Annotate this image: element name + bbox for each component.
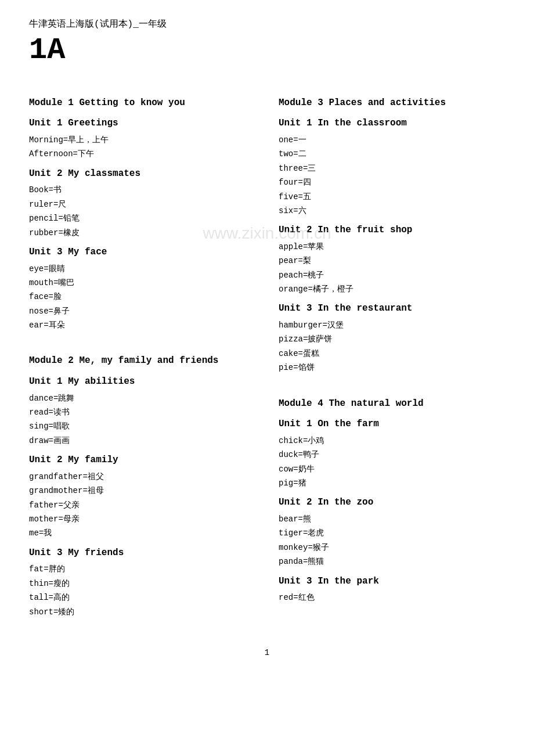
vocab-item: tiger=老虎: [279, 527, 505, 539]
vocab-item: chick=小鸡: [279, 434, 505, 447]
vocab-item: thin=瘦的: [29, 577, 255, 590]
unit-title: Unit 3 In the restaurant: [279, 301, 505, 316]
module-1: Module 3 Places and activitiesUnit 1 In …: [279, 96, 505, 385]
vocab-item: short=矮的: [29, 606, 255, 618]
unit-title: Unit 2 In the fruit shop: [279, 223, 505, 238]
vocab-item: panda=熊猫: [279, 555, 505, 568]
vocab-item: duck=鸭子: [279, 448, 505, 461]
vocab-item: orange=橘子，橙子: [279, 283, 505, 296]
vocab-item: mouth=嘴巴: [29, 276, 255, 289]
vocab-item: read=读书: [29, 406, 255, 419]
unit-title: Unit 3 My friends: [29, 546, 255, 561]
vocab-item: one=一: [279, 134, 505, 146]
vocab-item: ear=耳朵: [29, 319, 255, 332]
module-title: Module 4 The natural world: [279, 397, 505, 412]
vocab-item: eye=眼睛: [29, 262, 255, 275]
vocab-item: pencil=铅笔: [29, 212, 255, 225]
vocab-item: dance=跳舞: [29, 392, 255, 405]
vocab-item: face=脸: [29, 290, 255, 303]
vocab-item: fat=胖的: [29, 563, 255, 575]
module-title: Module 3 Places and activities: [279, 96, 505, 111]
unit-title: Unit 1 In the classroom: [279, 116, 505, 131]
vocab-item: pizza=披萨饼: [279, 333, 505, 345]
module-2: Module 2 Me, my family and friendsUnit 1…: [29, 354, 255, 628]
unit-title: Unit 2 My family: [29, 453, 255, 468]
unit-title: Unit 2 In the zoo: [279, 495, 505, 510]
unit-title: Unit 3 In the park: [279, 574, 505, 589]
unit-title: Unit 2 My classmates: [29, 167, 255, 182]
vocab-item: Morning=早上，上午: [29, 134, 255, 146]
page-number: 1: [29, 646, 505, 659]
vocab-item: monkey=猴子: [279, 541, 505, 554]
vocab-item: hamburger=汉堡: [279, 319, 505, 332]
unit-title: Unit 1 Greetings: [29, 116, 255, 131]
vocab-item: five=五: [279, 190, 505, 203]
vocab-item: three=三: [279, 162, 505, 175]
vocab-item: four=四: [279, 176, 505, 189]
vocab-item: mother=母亲: [29, 513, 255, 525]
vocab-item: peach=桃子: [279, 269, 505, 282]
vocab-item: cake=蛋糕: [279, 347, 505, 360]
vocab-item: apple=苹果: [279, 240, 505, 253]
module-1: Module 1 Getting to know youUnit 1 Greet…: [29, 96, 255, 343]
vocab-item: Afternoon=下午: [29, 147, 255, 160]
module-title: Module 1 Getting to know you: [29, 96, 255, 111]
vocab-item: father=父亲: [29, 499, 255, 512]
vocab-item: cow=奶牛: [279, 463, 505, 476]
vocab-item: pear=梨: [279, 254, 505, 267]
vocab-item: pie=馅饼: [279, 361, 505, 374]
vocab-item: six=六: [279, 204, 505, 217]
module-2: Module 4 The natural worldUnit 1 On the …: [279, 397, 505, 615]
vocab-item: ruler=尺: [29, 198, 255, 211]
vocab-item: sing=唱歌: [29, 420, 255, 433]
vocab-item: nose=鼻子: [29, 305, 255, 318]
vocab-item: tall=高的: [29, 591, 255, 604]
vocab-item: bear=熊: [279, 513, 505, 525]
vocab-item: Book=书: [29, 183, 255, 196]
left-column: Module 1 Getting to know youUnit 1 Greet…: [29, 84, 255, 629]
unit-title: Unit 1 On the farm: [279, 417, 505, 432]
vocab-item: red=红色: [279, 591, 505, 604]
vocab-item: grandmother=祖母: [29, 484, 255, 497]
vocab-item: pig=猪: [279, 477, 505, 489]
vocab-item: rubber=橡皮: [29, 226, 255, 239]
page-title: 牛津英语上海版(试用本)_一年级: [29, 17, 505, 33]
vocab-item: two=二: [279, 147, 505, 160]
vocab-item: draw=画画: [29, 434, 255, 447]
unit-title: Unit 3 My face: [29, 245, 255, 260]
right-column: Module 3 Places and activitiesUnit 1 In …: [279, 84, 505, 629]
vocab-item: grandfather=祖父: [29, 470, 255, 483]
unit-title: Unit 1 My abilities: [29, 375, 255, 390]
module-title: Module 2 Me, my family and friends: [29, 354, 255, 369]
vocab-item: me=我: [29, 527, 255, 539]
grade-label: 1A: [29, 34, 505, 67]
